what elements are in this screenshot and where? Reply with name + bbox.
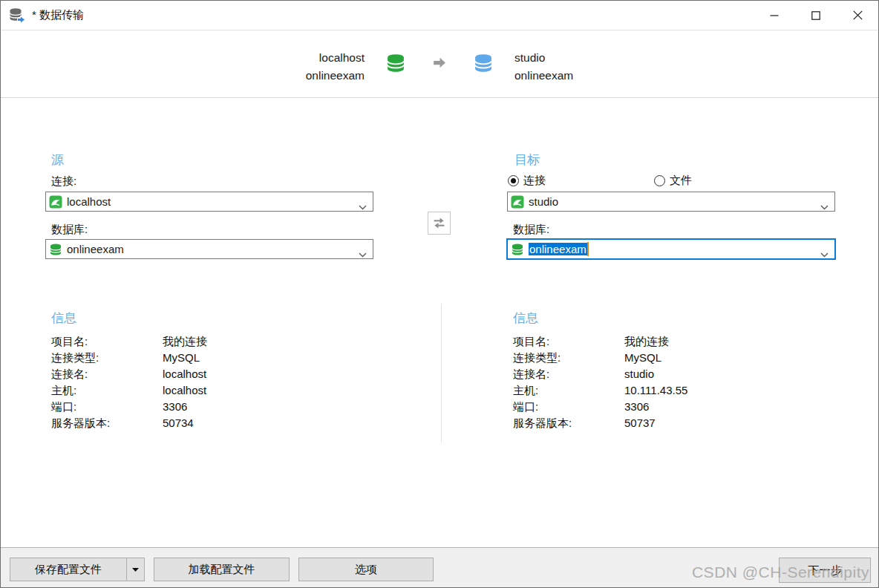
source-section-title: 源 (51, 151, 64, 169)
close-icon (853, 10, 863, 20)
database-green-icon (49, 243, 62, 256)
chevron-down-icon (820, 247, 829, 260)
chevron-down-icon (820, 200, 829, 212)
chevron-down-icon (359, 247, 367, 260)
info-value: studio (624, 368, 654, 380)
info-value: MySQL (624, 351, 661, 364)
target-section-title: 目标 (514, 151, 540, 169)
radio-selected-icon (508, 175, 519, 186)
titlebar: * 数据传输 (1, 1, 878, 30)
info-value: localhost (163, 368, 206, 380)
csdn-watermark: CSDN @CH-Serendipity (692, 564, 869, 581)
info-value: 我的连接 (163, 335, 207, 349)
info-value: localhost (163, 384, 206, 396)
save-profile-split-button[interactable]: 保存配置文件 (10, 558, 145, 581)
target-connection-radio-label: 连接 (523, 174, 546, 188)
close-button[interactable] (837, 1, 878, 30)
source-database-value: onlineexam (67, 243, 124, 255)
target-file-radio[interactable]: 文件 (654, 174, 692, 188)
swap-arrows-icon (433, 218, 445, 229)
info-row: 项目名: 我的连接 (51, 335, 378, 351)
target-database-value-selected: onlineexam (529, 243, 587, 255)
info-label: 项目名: (51, 335, 163, 349)
info-row: 服务器版本: 50734 (51, 416, 378, 433)
summary-target: studio onlineexam (514, 49, 678, 85)
info-row: 端口: 3306 (513, 400, 840, 416)
target-connection-dropdown[interactable]: studio (507, 192, 835, 212)
chevron-down-icon (359, 200, 367, 212)
source-info-title: 信息 (51, 310, 76, 327)
info-value: 3306 (624, 400, 649, 413)
summary-target-connection: studio (514, 49, 678, 67)
info-label: 主机: (513, 384, 624, 398)
info-value: MySQL (163, 351, 200, 364)
info-label: 项目名: (513, 335, 624, 349)
target-info-table: 项目名: 我的连接 连接类型: MySQL 连接名: studio 主机: 10… (513, 335, 840, 433)
mysql-connection-icon (511, 195, 524, 209)
summary-source: localhost onlineexam (216, 49, 365, 85)
info-value: 50737 (624, 416, 656, 429)
info-row: 服务器版本: 50737 (513, 416, 840, 433)
info-label: 端口: (513, 400, 624, 414)
save-profile-dropdown-button[interactable] (126, 558, 144, 581)
info-label: 服务器版本: (513, 416, 624, 431)
info-row: 主机: 10.111.43.55 (513, 384, 840, 400)
text-caret (587, 242, 589, 256)
info-row: 连接类型: MySQL (51, 351, 378, 368)
database-green-icon (511, 243, 524, 256)
info-value: 3306 (163, 400, 187, 413)
maximize-button[interactable] (795, 1, 837, 30)
radio-unselected-icon (654, 175, 665, 186)
panel-divider (441, 304, 442, 443)
mysql-connection-icon (49, 195, 62, 209)
source-database-label: 数据库: (51, 223, 88, 237)
info-label: 主机: (51, 384, 163, 398)
data-transfer-app-icon (8, 7, 26, 24)
summary-target-database: onlineexam (514, 67, 678, 85)
transfer-direction-arrow-icon (431, 56, 447, 69)
minimize-icon (770, 11, 779, 20)
source-database-dropdown[interactable]: onlineexam (45, 239, 373, 259)
target-database-label: 数据库: (513, 223, 549, 237)
target-file-radio-label: 文件 (670, 174, 692, 188)
swap-source-target-button[interactable] (428, 212, 451, 235)
target-info-title: 信息 (513, 310, 538, 327)
source-connection-label: 连接: (51, 174, 76, 189)
info-row: 连接类型: MySQL (513, 351, 840, 368)
source-connection-dropdown[interactable]: localhost (45, 192, 373, 212)
info-label: 连接类型: (513, 351, 624, 365)
dropdown-triangle-icon (132, 568, 139, 572)
source-info-table: 项目名: 我的连接 连接类型: MySQL 连接名: localhost 主机:… (51, 335, 378, 433)
summary-source-database: onlineexam (216, 67, 365, 85)
info-value: 我的连接 (624, 335, 669, 349)
info-row: 端口: 3306 (51, 400, 378, 416)
transfer-summary-band: localhost onlineexam studio onlineexam (1, 31, 878, 98)
target-database-combobox[interactable]: onlineexam (506, 238, 836, 260)
info-label: 服务器版本: (51, 416, 163, 431)
info-row: 连接名: localhost (51, 368, 378, 384)
info-value: 10.111.43.55 (624, 384, 687, 396)
save-profile-button[interactable]: 保存配置文件 (10, 558, 126, 581)
options-button[interactable]: 选项 (298, 558, 434, 581)
load-profile-button[interactable]: 加载配置文件 (154, 558, 290, 581)
info-label: 连接类型: (51, 351, 163, 365)
source-connection-value: localhost (67, 195, 111, 208)
info-row: 连接名: studio (513, 368, 840, 384)
info-value: 50734 (163, 416, 194, 429)
target-database-icon (473, 53, 494, 74)
maximize-icon (811, 11, 820, 20)
info-label: 连接名: (51, 368, 163, 382)
target-connection-radio[interactable]: 连接 (508, 174, 546, 188)
summary-source-connection: localhost (216, 49, 365, 67)
info-label: 端口: (51, 400, 163, 414)
info-label: 连接名: (513, 368, 624, 382)
info-row: 项目名: 我的连接 (513, 335, 840, 351)
target-connection-value: studio (529, 195, 558, 208)
data-transfer-window: * 数据传输 localhost online (0, 0, 879, 588)
window-title: * 数据传输 (32, 8, 84, 22)
minimize-button[interactable] (754, 1, 795, 30)
window-controls (754, 1, 878, 30)
source-database-icon (385, 53, 406, 74)
info-row: 主机: localhost (51, 384, 378, 400)
